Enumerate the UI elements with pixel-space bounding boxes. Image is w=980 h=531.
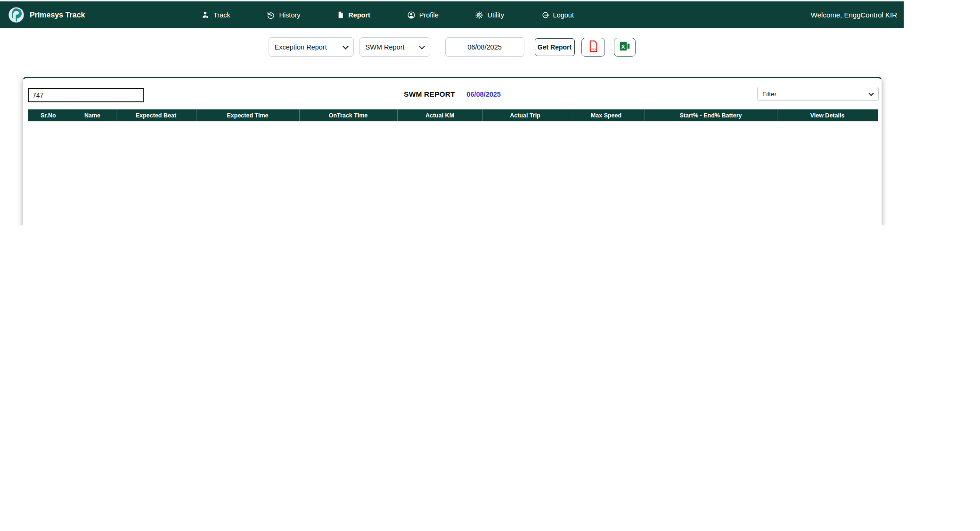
welcome-text: Welcome, EnggControl KIR [811, 1, 897, 28]
logout-icon [541, 11, 549, 19]
person-pin-icon [202, 11, 210, 19]
history-clock-icon [267, 11, 275, 19]
nav-label: History [279, 11, 300, 19]
report-name-select[interactable]: SWM Report [359, 37, 430, 57]
nav-label: Utility [487, 11, 504, 19]
col-header-actual-trip: Actual Trip [482, 109, 568, 122]
col-header-view-details: View Details [777, 109, 878, 122]
nav-item-utility[interactable]: Utility [475, 11, 504, 19]
profile-circle-icon [407, 11, 416, 19]
nav-label: Profile [419, 11, 439, 19]
excel-export-icon: X [619, 40, 631, 54]
get-report-button[interactable]: Get Report [535, 38, 575, 56]
report-type-select-wrap: Exception Report [269, 37, 354, 57]
nav-item-history[interactable]: History [267, 11, 300, 19]
nav-item-profile[interactable]: Profile [407, 11, 439, 19]
brand-name: Primesys Track [30, 11, 85, 19]
report-panel: SWM REPORT 06/08/2025 Filter Sr.No Name … [23, 77, 882, 225]
primesys-logo-icon [8, 6, 25, 24]
report-toolbar: Exception Report SWM Report Get Report P… [0, 37, 904, 57]
col-header-name: Name [69, 109, 116, 122]
report-name-select-wrap: SWM Report [359, 37, 430, 57]
export-excel-button[interactable]: X [614, 38, 636, 57]
brand[interactable]: Primesys Track [8, 1, 85, 28]
svg-text:PDF: PDF [591, 48, 597, 51]
col-header-expected-beat: Expected Beat [116, 109, 196, 122]
panel-title: SWM REPORT 06/08/2025 [23, 90, 882, 99]
report-panel-clip: SWM REPORT 06/08/2025 Filter Sr.No Name … [16, 76, 892, 225]
report-date-input[interactable] [445, 37, 524, 57]
export-pdf-button[interactable]: PDF [581, 38, 605, 57]
col-header-srno: Sr.No [28, 109, 69, 122]
report-title: SWM REPORT [404, 90, 455, 98]
nav-item-report[interactable]: Report [337, 11, 370, 19]
nav-label: Track [213, 11, 230, 19]
nav-label: Logout [553, 11, 574, 19]
col-header-ontrack-time: OnTrack Time [299, 109, 397, 122]
top-navbar: Primesys Track Track History [0, 1, 904, 28]
main-nav: Track History Report [202, 1, 574, 28]
pdf-export-icon: PDF [587, 40, 599, 55]
report-type-select[interactable]: Exception Report [269, 37, 354, 57]
col-header-battery: Start% - End% Battery [645, 109, 777, 122]
svg-text:X: X [621, 43, 625, 49]
filter-select-wrap: Filter [757, 87, 879, 101]
col-header-max-speed: Max Speed [568, 109, 645, 122]
report-title-date: 06/08/2025 [466, 91, 501, 98]
nav-item-track[interactable]: Track [202, 11, 230, 19]
gear-icon [475, 11, 483, 19]
document-icon [337, 11, 344, 19]
filter-select[interactable]: Filter [757, 87, 879, 101]
col-header-actual-km: Actual KM [397, 109, 482, 122]
table-search-input[interactable] [28, 88, 144, 102]
col-header-expected-time: Expected Time [196, 109, 299, 122]
swm-report-table: Sr.No Name Expected Beat Expected Time O… [28, 109, 878, 122]
nav-label: Report [348, 11, 370, 19]
table-header-row: Sr.No Name Expected Beat Expected Time O… [28, 109, 878, 122]
nav-item-logout[interactable]: Logout [541, 11, 574, 19]
